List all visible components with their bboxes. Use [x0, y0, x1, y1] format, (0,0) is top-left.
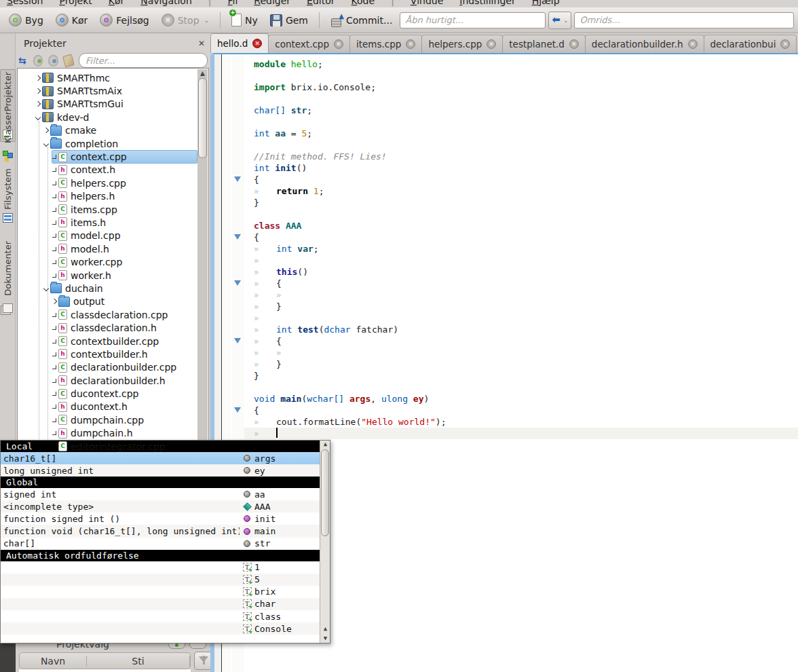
tree-item-helpers.h[interactable]: hhelpers.h: [18, 190, 208, 203]
tree-item-worker.h[interactable]: hworker.h: [18, 269, 208, 282]
completion-scrollbar[interactable]: ▲ ▲ ▼: [320, 441, 330, 643]
code-line-30[interactable]: void main(wchar[] args, ulong ey): [244, 393, 798, 405]
debug-button[interactable]: Fejlsøg: [95, 12, 153, 29]
collapse-chevron-icon[interactable]: [42, 140, 50, 148]
tree-item-output[interactable]: output: [18, 295, 208, 308]
dock-tab-klasser[interactable]: Klasser: [0, 109, 16, 162]
code-line-23[interactable]: »: [244, 312, 798, 324]
code-line-9[interactable]: //Init method. FFS! Lies!: [244, 151, 798, 162]
document-tab-declarationbui[interactable]: declarationbui✕: [704, 35, 797, 53]
tree-item-classdeclaration.cpp[interactable]: Cclassdeclaration.cpp: [18, 308, 208, 321]
code-line-28[interactable]: }: [244, 370, 798, 381]
stop-dropdown-chevron-icon[interactable]: ⌄: [204, 17, 210, 24]
code-line-6[interactable]: [244, 116, 798, 128]
scroll-up-icon[interactable]: ▲: [322, 625, 329, 633]
completion-scrollbar-thumb[interactable]: [321, 449, 329, 536]
code-line-32[interactable]: »cout.formatLine("Hello world!");: [244, 416, 798, 428]
filter-input[interactable]: [79, 53, 208, 68]
code-line-24[interactable]: »int test(dchar fatchar): [244, 324, 798, 335]
document-tab-helpers.cpp[interactable]: helpers.cpp✕: [421, 35, 503, 53]
build-gear-icon[interactable]: [33, 55, 43, 67]
menu-item-indstillinger[interactable]: Indstillinger: [459, 0, 515, 6]
expand-chevron-icon[interactable]: [50, 297, 58, 305]
code-line-33[interactable]: »: [244, 428, 798, 439]
completion-item-char[interactable]: Tchar: [1, 598, 330, 610]
tab-close-icon[interactable]: ✕: [780, 39, 790, 49]
code-line-25[interactable]: »{: [244, 335, 798, 347]
document-tab-context.cpp[interactable]: context.cpp✕: [268, 35, 350, 53]
tree-item-duchain[interactable]: duchain: [18, 282, 208, 295]
menu-item-projekt[interactable]: Projekt: [59, 0, 92, 6]
outline-input[interactable]: [574, 12, 794, 29]
document-tab-hello.d[interactable]: hello.d✕: [210, 33, 269, 53]
code-line-1[interactable]: module hello;: [244, 58, 798, 70]
tab-close-icon[interactable]: ✕: [406, 39, 415, 49]
expand-chevron-icon[interactable]: [34, 100, 42, 108]
code-line-19[interactable]: »this(): [244, 266, 798, 278]
code-line-10[interactable]: int init(): [244, 162, 798, 174]
scroll-down-icon[interactable]: ▼: [322, 635, 329, 642]
tree-item-declarationbuilder.cpp[interactable]: Cdeclarationbuilder.cpp: [18, 361, 208, 374]
tree-scrollbar-thumb[interactable]: [198, 78, 207, 158]
tree-item-worker.cpp[interactable]: Cworker.cpp: [18, 255, 208, 268]
tree-item-helpers.cpp[interactable]: Chelpers.cpp: [18, 176, 208, 189]
code-line-26[interactable]: »»: [244, 347, 798, 358]
fold-marker-icon[interactable]: [234, 176, 241, 182]
collapse-chevron-icon[interactable]: [34, 113, 42, 122]
tree-item-model.cpp[interactable]: Cmodel.cpp: [18, 229, 208, 242]
reload-icon[interactable]: ⇆: [18, 55, 28, 67]
close-icon[interactable]: ✕: [198, 39, 205, 48]
expand-chevron-icon[interactable]: [42, 126, 50, 134]
code-line-16[interactable]: {: [244, 231, 798, 243]
scroll-up-icon[interactable]: ▲: [322, 441, 329, 448]
code-line-5[interactable]: char[] str;: [244, 105, 798, 116]
menu-item-session[interactable]: Session: [7, 0, 43, 6]
new-button[interactable]: Ny: [227, 12, 263, 29]
completion-item-aa[interactable]: signed intaa: [1, 488, 330, 500]
document-tab-testplanet.d[interactable]: testplanet.d✕: [502, 35, 586, 53]
fold-marker-icon[interactable]: [234, 234, 241, 240]
code-line-13[interactable]: }: [244, 197, 798, 208]
run-button[interactable]: Kør: [51, 12, 93, 29]
menu-item-kode[interactable]: Kode: [352, 0, 375, 6]
completion-item-str[interactable]: char[]str: [1, 538, 330, 550]
collapse-chevron-icon[interactable]: [42, 284, 50, 293]
tree-item-dumpchain.cpp[interactable]: Cdumpchain.cpp: [18, 413, 208, 426]
tree-item-dumpchain.h[interactable]: hdumpchain.h: [18, 427, 208, 440]
save-button[interactable]: Gem: [265, 12, 313, 29]
code-line-11[interactable]: {: [244, 174, 798, 185]
completion-item-class[interactable]: Tclass: [1, 610, 330, 622]
tree-item-SMARTtsmAix[interactable]: SMARTtsmAix: [18, 84, 208, 97]
completion-item-args[interactable]: char16_t[]args: [1, 452, 330, 464]
completion-item-5[interactable]: T5: [1, 574, 330, 586]
tree-item-context.h[interactable]: hcontext.h: [18, 164, 208, 176]
code-line-2[interactable]: [244, 70, 798, 81]
completion-item-brix[interactable]: Tbrix: [1, 586, 330, 598]
code-line-7[interactable]: int aa = 5;: [244, 128, 798, 139]
menu-item-rediger[interactable]: Rediger: [254, 0, 290, 6]
menu-item-vindue[interactable]: Vindue: [411, 0, 443, 6]
code-line-4[interactable]: [244, 93, 798, 105]
code-line-29[interactable]: [244, 381, 798, 393]
build-button[interactable]: Byg: [4, 12, 48, 29]
install-gear-icon[interactable]: [48, 55, 58, 67]
code-line-8[interactable]: [244, 139, 798, 151]
tree-item-cmake[interactable]: cmake: [18, 124, 208, 137]
code-line-20[interactable]: »{: [244, 278, 798, 289]
dock-tab-filsystem[interactable]: Filsystem: [0, 166, 16, 225]
tree-item-contextbuilder.cpp[interactable]: Ccontextbuilder.cpp: [18, 335, 208, 348]
menu-item-editor[interactable]: Editor: [307, 0, 335, 6]
completion-item-AAA[interactable]: <incomplete type>AAA: [1, 500, 330, 512]
tab-close-icon[interactable]: ✕: [569, 39, 579, 49]
tree-item-context.cpp[interactable]: Ccontext.cpp: [18, 150, 208, 163]
code-line-18[interactable]: »: [244, 255, 798, 266]
dock-tab-dokumenter[interactable]: Dokumenter: [0, 239, 16, 315]
tree-item-SMARThmc[interactable]: SMARThmc: [18, 71, 208, 84]
menu-item-kør[interactable]: Kør: [109, 0, 125, 6]
document-tab-declarationbuilder.h[interactable]: declarationbuilder.h✕: [585, 35, 704, 53]
menu-item-hjælp[interactable]: Hjælp: [532, 0, 560, 6]
fold-marker-icon[interactable]: [234, 407, 241, 413]
fold-marker-icon[interactable]: [234, 280, 241, 286]
tab-close-icon[interactable]: ✕: [334, 39, 343, 49]
commit-button[interactable]: Commit...: [326, 12, 397, 29]
